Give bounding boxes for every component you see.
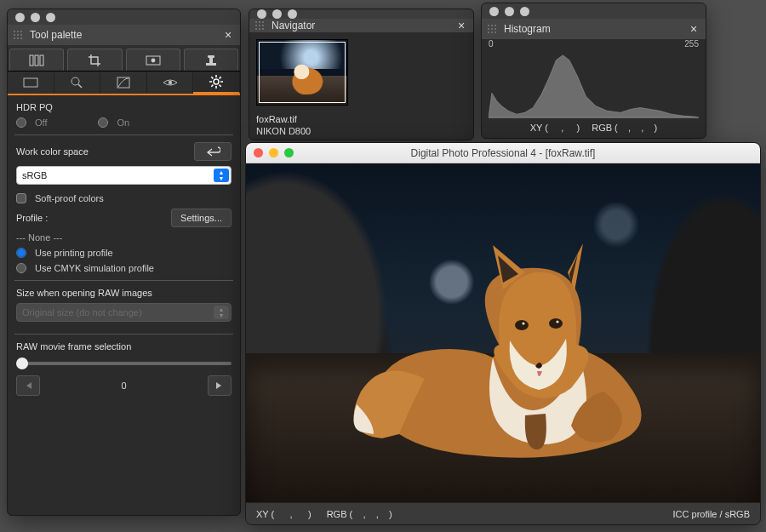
- navigator-traffic: [249, 9, 473, 19]
- tab-basic-adjust[interactable]: [9, 49, 64, 71]
- meta-filename: foxRaw.tif: [256, 114, 311, 124]
- traffic-dot-close[interactable]: [254, 148, 263, 157]
- status-rgb: RGB ( , , ): [327, 509, 392, 519]
- svg-line-20: [220, 77, 221, 78]
- tab-stamp[interactable]: [184, 49, 238, 71]
- svg-rect-11: [117, 77, 129, 88]
- traffic-dot-min[interactable]: [505, 7, 514, 16]
- tab-screen[interactable]: [8, 72, 54, 94]
- work-color-space-select[interactable]: sRGB ▲▼: [16, 166, 232, 185]
- svg-rect-5: [206, 63, 216, 66]
- gear-icon: [209, 75, 223, 89]
- hdrpq-label: HDR PQ: [16, 102, 232, 112]
- tab-curve[interactable]: [100, 72, 147, 94]
- traffic-dot-max[interactable]: [520, 7, 529, 16]
- reset-color-space-button[interactable]: [194, 142, 232, 161]
- navigator-panel: Navigator × foxRaw.tif NIKON D800 Tv 1/3…: [249, 9, 474, 140]
- traffic-dot-close[interactable]: [489, 7, 499, 16]
- crop-icon: [88, 54, 101, 67]
- slider-thumb[interactable]: [16, 358, 28, 369]
- cmyk-profile-radio[interactable]: [16, 263, 26, 273]
- traffic-dot-max[interactable]: [46, 13, 55, 22]
- svg-point-13: [214, 79, 219, 84]
- histogram-plot: [489, 52, 699, 118]
- close-icon[interactable]: ×: [687, 22, 700, 36]
- traffic-dot-min[interactable]: [269, 148, 278, 157]
- close-icon[interactable]: ×: [454, 19, 468, 32]
- soft-proof-checkbox[interactable]: [16, 193, 26, 203]
- svg-point-25: [556, 320, 558, 323]
- printing-profile-radio[interactable]: [16, 248, 26, 258]
- tool-palette-tabs-row1: [8, 45, 240, 72]
- svg-point-4: [151, 58, 155, 62]
- viewer-canvas[interactable]: [246, 163, 760, 502]
- hdrpq-off-radio[interactable]: [16, 117, 26, 128]
- undo-arrow-icon: [205, 146, 220, 157]
- svg-line-18: [211, 77, 213, 78]
- fox-illustration: [348, 221, 680, 477]
- svg-line-19: [220, 85, 221, 87]
- svg-rect-6: [209, 58, 213, 63]
- tool-palette-title: Tool palette: [30, 29, 214, 41]
- raw-movie-slider[interactable]: [16, 362, 232, 365]
- lens-icon: [70, 76, 83, 89]
- histogram-rgb-label: RGB (: [592, 123, 618, 133]
- histogram-readout: XY ( , ) RGB ( , , ): [482, 120, 706, 138]
- profile-settings-button[interactable]: Settings...: [171, 209, 232, 227]
- histogram-svg: [489, 52, 699, 117]
- traffic-dot-close[interactable]: [15, 13, 25, 22]
- traffic-dot-max[interactable]: [284, 148, 294, 157]
- hdrpq-on-label: On: [117, 117, 129, 128]
- tab-settings[interactable]: [193, 72, 240, 94]
- svg-rect-2: [40, 55, 43, 66]
- svg-rect-8: [24, 78, 37, 87]
- tab-eye[interactable]: [147, 72, 194, 94]
- histogram-xy-label: XY (: [530, 123, 548, 133]
- frame-icon: [146, 55, 161, 66]
- select-arrows-icon: ▲▼: [214, 306, 229, 319]
- meta-tv: Tv 1/3200: [256, 138, 311, 140]
- cmyk-profile-label: Use CMYK simulation profile: [35, 263, 154, 273]
- tab-frame[interactable]: [126, 49, 180, 71]
- traffic-dot-max[interactable]: [288, 9, 297, 19]
- visible-area-marquee[interactable]: [259, 42, 346, 103]
- navigator-header[interactable]: Navigator ×: [249, 19, 473, 32]
- frame-prev-button[interactable]: [16, 375, 40, 396]
- traffic-dot-min[interactable]: [272, 9, 282, 19]
- svg-line-10: [78, 84, 82, 88]
- traffic-dot-close[interactable]: [257, 9, 266, 19]
- grip-icon: [13, 30, 23, 40]
- traffic-dot-min[interactable]: [31, 13, 40, 22]
- profile-value: --- None ---: [16, 232, 232, 243]
- raw-size-label: Size when opening RAW images: [16, 288, 232, 298]
- svg-rect-0: [30, 55, 33, 66]
- histogram-header[interactable]: Histogram ×: [482, 19, 706, 39]
- tab-crop[interactable]: [67, 49, 122, 71]
- hdrpq-on-radio[interactable]: [98, 117, 108, 128]
- raw-movie-counter: 0: [49, 380, 199, 391]
- histogram-max: 255: [684, 39, 699, 49]
- hdrpq-off-label: Off: [35, 117, 47, 128]
- stamp-icon: [205, 54, 217, 66]
- navigator-title: Navigator: [272, 20, 448, 31]
- frame-next-button[interactable]: [208, 375, 232, 396]
- navigator-metadata: foxRaw.tif NIKON D800 Tv 1/3200 Av 6.3 I…: [256, 114, 311, 140]
- svg-rect-7: [208, 55, 214, 58]
- frame-prev-icon: [23, 380, 33, 391]
- histogram-panel: Histogram × 0 255 XY ( , ) RGB ( , , ): [481, 3, 706, 139]
- navigator-thumbnail[interactable]: [256, 39, 348, 106]
- raw-size-select: Original size (do not change) ▲▼: [16, 303, 232, 322]
- histogram-traffic: [482, 3, 706, 19]
- grip-icon: [254, 20, 265, 31]
- frame-next-icon: [214, 380, 225, 391]
- histogram-axis: 0 255: [482, 39, 706, 49]
- tool-palette-header[interactable]: Tool palette ×: [8, 25, 240, 45]
- navigator-body: foxRaw.tif NIKON D800 Tv 1/3200 Av 6.3 I…: [249, 32, 473, 140]
- tool-palette-traffic: [8, 9, 240, 25]
- tab-lens[interactable]: [54, 72, 101, 94]
- svg-point-23: [549, 318, 563, 329]
- raw-size-value: Original size (do not change): [22, 307, 142, 317]
- close-icon[interactable]: ×: [221, 28, 235, 42]
- raw-movie-label: RAW movie frame selection: [16, 341, 232, 352]
- screen-icon: [23, 77, 38, 88]
